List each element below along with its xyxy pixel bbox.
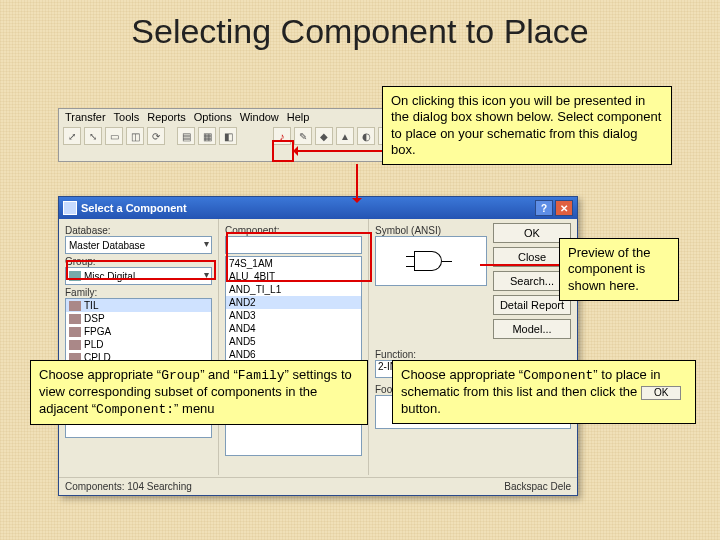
zoom-area-icon[interactable]: ◫ xyxy=(126,127,144,145)
list-item[interactable]: AND4 xyxy=(226,322,361,335)
arrow-to-icon xyxy=(298,150,384,152)
txt: AND_TI_L1 xyxy=(229,284,281,295)
txt: Group xyxy=(161,368,200,383)
list-item[interactable]: DSP xyxy=(66,312,211,325)
callout-click-icon: On clicking this icon you will be presen… xyxy=(382,86,672,165)
txt: Family xyxy=(238,368,285,383)
txt: ” menu xyxy=(174,401,214,416)
txt: ” and “ xyxy=(200,367,238,382)
highlight-component xyxy=(226,232,372,282)
toolbar-icon-b[interactable]: ▦ xyxy=(198,127,216,145)
callout-preview: Preview of the component is shown here. xyxy=(559,238,679,301)
model-button[interactable]: Model... xyxy=(493,319,571,339)
callout-choose-component: Choose appropriate “Component” to place … xyxy=(392,360,696,424)
toolbar-icon-g[interactable]: ◐ xyxy=(357,127,375,145)
list-item[interactable]: AND3 xyxy=(226,309,361,322)
menu-help[interactable]: Help xyxy=(287,111,310,123)
list-item[interactable]: AND_TI_L1 xyxy=(226,283,361,296)
toolbar-icon-d[interactable]: ✎ xyxy=(294,127,312,145)
txt: FPGA xyxy=(84,326,111,337)
txt: Choose appropriate “ xyxy=(401,367,523,382)
txt: TIL xyxy=(84,300,98,311)
txt: button. xyxy=(401,401,441,416)
menu-tools[interactable]: Tools xyxy=(114,111,140,123)
function-label: Function: xyxy=(375,349,571,360)
toolbar-icon-f[interactable]: ▲ xyxy=(336,127,354,145)
highlight-group xyxy=(66,260,216,280)
detail-panel: Symbol (ANSI) OK Close Search... D xyxy=(369,219,577,475)
family-icon xyxy=(69,301,81,311)
symbol-preview xyxy=(375,236,487,286)
close-icon[interactable]: ✕ xyxy=(555,200,573,216)
txt: Choose appropriate “ xyxy=(39,367,161,382)
database-dropdown[interactable]: Master Database xyxy=(65,236,212,254)
zoom-fit-icon[interactable]: ▭ xyxy=(105,127,123,145)
txt: Component xyxy=(523,368,593,383)
database-value: Master Database xyxy=(69,240,145,251)
menu-transfer[interactable]: Transfer xyxy=(65,111,106,123)
symbol-label: Symbol (ANSI) xyxy=(375,225,487,236)
family-icon xyxy=(69,327,81,337)
toolbar-icon-e[interactable]: ◆ xyxy=(315,127,333,145)
list-item[interactable]: TIL xyxy=(66,299,211,312)
txt: AND4 xyxy=(229,323,256,334)
toolbar-icon-a[interactable]: ▤ xyxy=(177,127,195,145)
page-title: Selecting Component to Place xyxy=(0,12,720,51)
left-panel: Database: Master Database Group: Misc Di… xyxy=(59,219,219,475)
database-label: Database: xyxy=(65,225,212,236)
status-left: Components: 104 Searching xyxy=(65,481,192,492)
list-item[interactable]: FPGA xyxy=(66,325,211,338)
family-icon xyxy=(69,314,81,324)
txt: PLD xyxy=(84,339,103,350)
ok-sample-button: OK xyxy=(641,386,681,401)
txt: AND3 xyxy=(229,310,256,321)
txt: DSP xyxy=(84,313,105,324)
txt: Component: xyxy=(96,402,174,417)
zoom-out-icon[interactable]: ⤡ xyxy=(84,127,102,145)
zoom-in-icon[interactable]: ⤢ xyxy=(63,127,81,145)
dialog-statusbar: Components: 104 Searching Backspac Dele xyxy=(59,477,577,495)
status-right: Backspac Dele xyxy=(504,481,571,492)
help-button[interactable]: ? xyxy=(535,200,553,216)
txt: AND5 xyxy=(229,336,256,347)
list-item[interactable]: AND5 xyxy=(226,335,361,348)
menu-reports[interactable]: Reports xyxy=(147,111,186,123)
txt: AND6 xyxy=(229,349,256,360)
menu-options[interactable]: Options xyxy=(194,111,232,123)
list-item[interactable]: PLD xyxy=(66,338,211,351)
refresh-icon[interactable]: ⟳ xyxy=(147,127,165,145)
txt: AND2 xyxy=(229,297,256,308)
arrow-to-dialog xyxy=(356,164,358,198)
toolbar-icon-c[interactable]: ◧ xyxy=(219,127,237,145)
highlight-place-icon xyxy=(272,140,294,162)
callout-group-family: Choose appropriate “Group” and “Family” … xyxy=(30,360,368,425)
dialog-icon xyxy=(63,201,77,215)
dialog-titlebar[interactable]: Select a Component ? ✕ xyxy=(59,197,577,219)
dialog-title: Select a Component xyxy=(81,202,187,214)
list-item[interactable]: AND2 xyxy=(226,296,361,309)
family-icon xyxy=(69,340,81,350)
menu-window[interactable]: Window xyxy=(240,111,279,123)
family-label: Family: xyxy=(65,287,212,298)
arrow-to-preview xyxy=(480,264,560,266)
and-gate-icon xyxy=(406,248,456,274)
component-listbox[interactable]: 74S_1AM ALU_4BIT AND_TI_L1 AND2 AND3 AND… xyxy=(225,256,362,456)
